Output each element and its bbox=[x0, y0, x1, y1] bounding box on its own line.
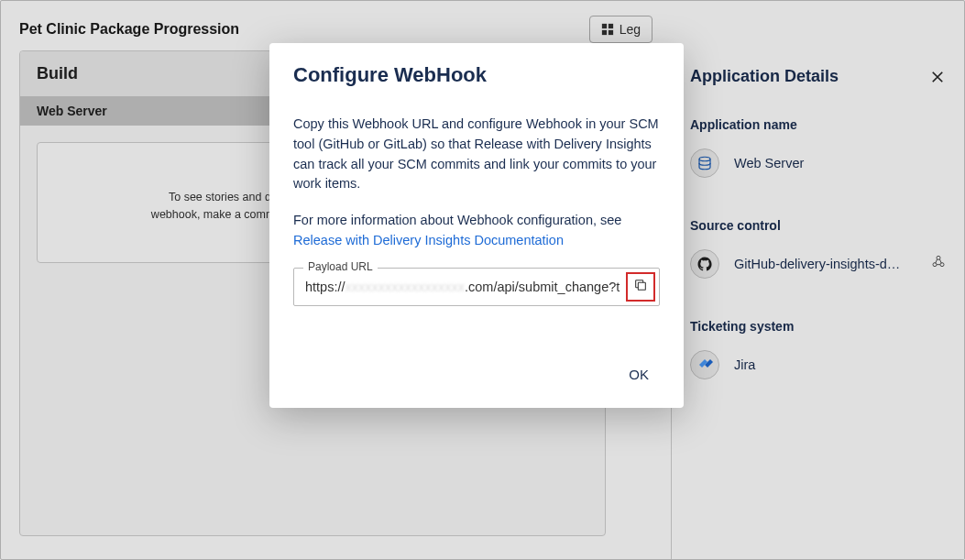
copy-icon bbox=[633, 278, 648, 296]
application-details-panel: Application Details Application name Web… bbox=[671, 50, 964, 559]
modal-footer: OK bbox=[293, 361, 660, 388]
source-control-label: Source control bbox=[690, 218, 946, 233]
payload-suffix: .com/api/submit_change?t bbox=[465, 280, 620, 294]
modal-paragraph-1: Copy this Webhook URL and configure Webh… bbox=[293, 115, 660, 194]
svg-point-5 bbox=[933, 263, 937, 267]
modal-para2-prefix: For more information about Webhook confi… bbox=[293, 213, 621, 227]
configure-webhook-modal: Configure WebHook Copy this Webhook URL … bbox=[269, 43, 684, 408]
legend-button[interactable]: Leg bbox=[589, 16, 652, 43]
data-icon bbox=[690, 148, 719, 178]
legend-label: Leg bbox=[620, 22, 641, 37]
jira-icon bbox=[690, 350, 719, 379]
svg-rect-8 bbox=[638, 282, 645, 290]
documentation-link[interactable]: Release with Delivery Insights Documenta… bbox=[293, 233, 564, 247]
payload-blurred: xxxxxxxxxxxxxxxxxx bbox=[345, 280, 466, 294]
app-name-row: Web Server bbox=[690, 148, 946, 178]
payload-prefix: https:// bbox=[305, 280, 345, 294]
svg-rect-1 bbox=[609, 24, 613, 28]
ticketing-value: Jira bbox=[734, 357, 755, 372]
ticketing-label: Ticketing system bbox=[690, 319, 946, 334]
app-name-label: Application name bbox=[690, 117, 946, 132]
github-icon bbox=[690, 249, 719, 279]
svg-rect-2 bbox=[602, 30, 607, 35]
source-control-value: GitHub-delivery-insights-d… bbox=[734, 257, 900, 271]
page-title: Pet Clinic Package Progression bbox=[19, 21, 239, 38]
ok-button[interactable]: OK bbox=[618, 361, 660, 388]
payload-url-input[interactable]: https://xxxxxxxxxxxxxxxxxx.com/api/submi… bbox=[294, 269, 626, 305]
modal-title: Configure WebHook bbox=[293, 63, 660, 87]
grid-icon bbox=[601, 23, 614, 36]
section-application-name: Application name Web Server bbox=[690, 117, 946, 178]
panel-title-row: Application Details bbox=[690, 67, 946, 86]
section-source-control: Source control GitHub-delivery-insights-… bbox=[690, 218, 946, 279]
svg-point-6 bbox=[940, 263, 944, 267]
payload-url-label: Payload URL bbox=[303, 260, 378, 273]
modal-paragraph-2: For more information about Webhook confi… bbox=[293, 211, 660, 251]
webhook-icon[interactable] bbox=[931, 255, 946, 273]
copy-button[interactable] bbox=[626, 272, 655, 302]
section-ticketing: Ticketing system Jira bbox=[690, 319, 946, 379]
panel-title: Application Details bbox=[690, 67, 839, 86]
app-name-value: Web Server bbox=[734, 156, 804, 170]
svg-rect-0 bbox=[602, 24, 607, 28]
ticketing-row: Jira bbox=[690, 350, 946, 379]
payload-url-field: Payload URL https://xxxxxxxxxxxxxxxxxx.c… bbox=[293, 268, 660, 306]
svg-rect-3 bbox=[609, 30, 613, 35]
close-icon[interactable] bbox=[929, 69, 946, 85]
source-control-row: GitHub-delivery-insights-d… bbox=[690, 249, 946, 279]
